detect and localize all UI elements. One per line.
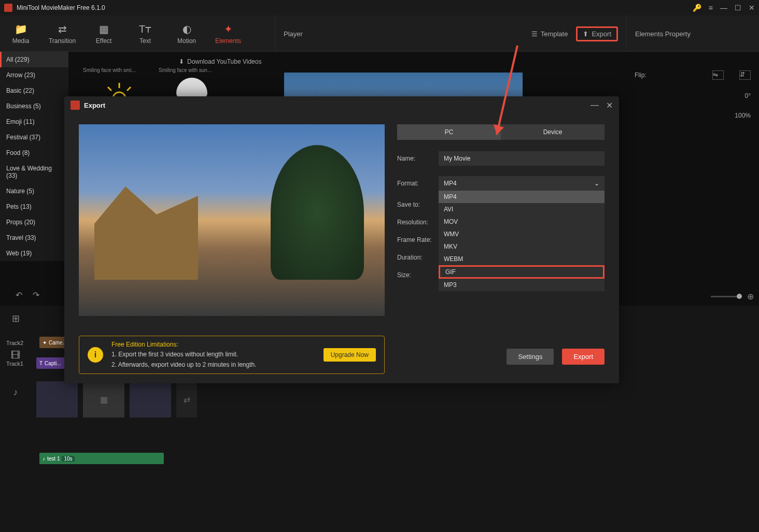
flip-label: Flip:	[635, 71, 646, 79]
elements-button[interactable]: ✦Elements	[207, 16, 249, 51]
format-option[interactable]: MOV	[439, 215, 605, 228]
limit-line1: 1. Export the first 3 videos without len…	[111, 350, 315, 360]
upload-icon: ⬆	[583, 30, 588, 38]
timeline-thumbnails[interactable]: ▦ ⇄	[36, 381, 197, 418]
sidebar-item[interactable]: Props (20)	[0, 214, 68, 230]
media-button[interactable]: 📁Media	[0, 16, 41, 51]
caption-clip[interactable]: T Capti...	[36, 357, 67, 369]
saveto-label: Save to:	[397, 201, 439, 208]
format-option[interactable]: WEBM	[439, 253, 605, 265]
text-button[interactable]: TᴛText	[124, 16, 166, 51]
tab-device[interactable]: Device	[501, 124, 605, 140]
export-dialog: Export — ✕ PC Device Name: Format: MP4 ⌄…	[64, 96, 619, 383]
format-option[interactable]: AVI	[439, 203, 605, 215]
key-icon[interactable]: 🔑	[693, 4, 701, 12]
thumb[interactable]: ⇄	[176, 381, 197, 418]
format-option[interactable]: MP3	[439, 279, 605, 291]
thumb[interactable]	[36, 381, 78, 418]
add-track-icon[interactable]: ⊞	[12, 313, 20, 324]
name-label: Name:	[397, 155, 439, 162]
redo-icon[interactable]: ↷	[33, 290, 39, 300]
video-track-icon: 🎞	[11, 350, 20, 361]
sidebar-item[interactable]: Travel (33)	[0, 230, 68, 246]
media-label: Media	[12, 37, 30, 45]
format-select[interactable]: MP4 ⌄ MP4 AVI MOV WMV MKV WEBM GIF MP3	[439, 176, 605, 191]
motion-icon: ◐	[182, 23, 191, 35]
menu-icon[interactable]: ≡	[709, 4, 713, 12]
transition-icon: ⇄	[58, 23, 67, 35]
zoom-slider[interactable]: ⊕	[711, 292, 754, 301]
zoom-in-icon[interactable]: ⊕	[747, 292, 754, 301]
flip-h-icon[interactable]: ⇋	[712, 70, 724, 80]
sidebar-item[interactable]: Arrow (23)	[0, 67, 68, 83]
export-preview	[79, 124, 385, 316]
sidebar-item[interactable]: Pets (13)	[0, 199, 68, 214]
track2-label: Track2	[6, 340, 23, 346]
audio-track-icon: ♪	[13, 387, 18, 398]
limit-line2: 2. Afterwards, export video up to 2 minu…	[111, 360, 315, 370]
timeline-toolbar: ↶ ↷	[0, 287, 67, 303]
flip-v-icon[interactable]: ⇵	[739, 70, 751, 80]
svg-line-3	[108, 87, 111, 91]
export-label: Export	[592, 30, 611, 38]
download-youtube-link[interactable]: ⬇Download YouTube Videos	[179, 58, 261, 65]
format-option[interactable]: MP4	[439, 191, 605, 203]
sidebar-item[interactable]: Web (19)	[0, 246, 68, 261]
size-label: Size:	[397, 271, 439, 279]
effect-button[interactable]: ▦Effect	[83, 16, 124, 51]
export-button-top[interactable]: ⬆Export	[576, 26, 618, 41]
rotate-value: 0°	[745, 92, 751, 99]
elements-label: Elements	[215, 37, 241, 45]
format-label: Format:	[397, 180, 439, 187]
properties-panel: Flip:⇋⇵ 0° 100%	[626, 62, 759, 140]
motion-label: Motion	[177, 37, 196, 45]
minimize-icon[interactable]: —	[720, 4, 727, 12]
template-button[interactable]: ☰Template	[531, 30, 568, 38]
sidebar-item[interactable]: Business (5)	[0, 98, 68, 114]
player-label: Player	[284, 30, 531, 38]
dialog-title: Export	[84, 102, 583, 109]
track1-label: Track1	[6, 361, 23, 367]
format-option[interactable]: WMV	[439, 228, 605, 240]
dialog-logo-icon	[71, 100, 80, 110]
undo-icon[interactable]: ↶	[16, 290, 22, 300]
upgrade-button[interactable]: Upgrade Now	[324, 348, 376, 362]
dialog-minimize-icon[interactable]: —	[591, 100, 599, 110]
text-icon: Tᴛ	[139, 23, 151, 35]
sidebar-item[interactable]: Basic (22)	[0, 83, 68, 98]
element-label: Smiling face with sun...	[159, 67, 212, 73]
format-option[interactable]: MKV	[439, 240, 605, 253]
sidebar-item[interactable]: Emoji (11)	[0, 114, 68, 130]
name-input[interactable]	[439, 151, 605, 166]
sidebar-item[interactable]: Festival (37)	[0, 130, 68, 145]
clip-label: Capti...	[45, 361, 61, 366]
close-icon[interactable]: ✕	[749, 4, 755, 12]
sidebar-item[interactable]: All (229)	[0, 52, 68, 67]
export-form: PC Device Name: Format: MP4 ⌄ MP4 AVI MO…	[397, 124, 605, 316]
effect-icon: ▦	[99, 23, 109, 35]
audio-clip[interactable]: ♪ test 1 10s	[39, 453, 164, 464]
sidebar-item[interactable]: Nature (5)	[0, 183, 68, 199]
duration-label: Duration:	[397, 254, 439, 261]
layers-icon: ☰	[531, 30, 538, 38]
thumb[interactable]	[130, 381, 171, 418]
dialog-titlebar: Export — ✕	[64, 96, 619, 114]
motion-button[interactable]: ◐Motion	[166, 16, 207, 51]
effect-label: Effect	[96, 37, 111, 45]
text-label: Text	[139, 37, 151, 45]
sidebar-item[interactable]: Food (8)	[0, 145, 68, 161]
transition-button[interactable]: ⇄Transition	[41, 16, 83, 51]
properties-title: Elements Property	[635, 30, 691, 38]
maximize-icon[interactable]: ☐	[735, 4, 741, 12]
export-button[interactable]: Export	[562, 349, 605, 365]
dialog-close-icon[interactable]: ✕	[606, 100, 613, 110]
limitation-box: i Free Edition Limitations: 1. Export th…	[79, 336, 385, 374]
settings-button[interactable]: Settings	[507, 349, 554, 365]
framerate-label: Frame Rate:	[397, 236, 439, 243]
face-icon[interactable]	[176, 78, 207, 98]
format-option-gif[interactable]: GIF	[439, 265, 605, 279]
thumb[interactable]: ▦	[83, 381, 124, 418]
sidebar-item[interactable]: Love & Wedding (33)	[0, 161, 68, 183]
tab-pc[interactable]: PC	[397, 124, 501, 140]
download-label: Download YouTube Videos	[187, 58, 261, 65]
